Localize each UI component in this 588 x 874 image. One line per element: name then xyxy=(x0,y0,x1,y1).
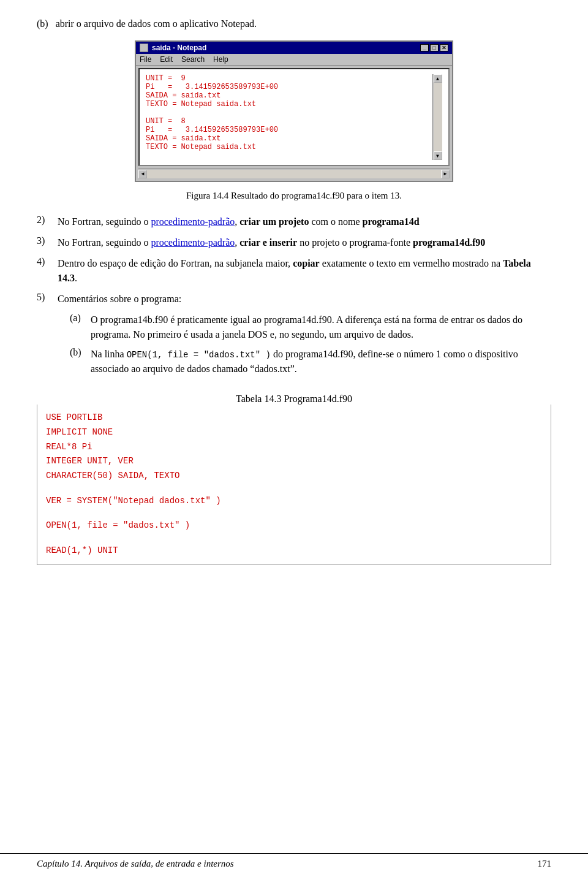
item-2-bold-1: criar um projeto xyxy=(239,216,309,227)
footer-chapter-title: Capítulo 14. Arquivos de saída, de entra… xyxy=(37,859,234,869)
notepad-titlebar: saida - Notepad _ □ ✕ xyxy=(136,42,452,54)
maximize-button[interactable]: □ xyxy=(430,44,439,51)
scroll-down-arrow[interactable]: ▼ xyxy=(434,151,442,160)
item-2-link-1[interactable]: procedimento-padrão xyxy=(151,216,235,227)
part-b-label: (b) xyxy=(37,18,48,29)
minimize-button[interactable]: _ xyxy=(420,44,429,51)
sub-b-code: OPEN(1, file = "dados.txt" ) xyxy=(127,350,271,360)
item-3-bold-1: criar e inserir xyxy=(239,237,297,248)
code-line-2: IMPLICIT NONE xyxy=(46,425,542,440)
notepad-line-2: Pi = 3.141592653589793E+00 xyxy=(146,83,432,91)
scroll-right-arrow[interactable]: ► xyxy=(441,170,450,178)
item-3-num: 3) xyxy=(37,235,53,250)
notepad-line-4: TEXTO = Notepad saida.txt xyxy=(146,100,432,108)
figure-caption: Figura 14.4 Resultado do programa14c.f90… xyxy=(37,191,551,201)
scroll-track[interactable] xyxy=(434,83,442,151)
item-4-num: 4) xyxy=(37,256,53,286)
sub-b-label: (b) xyxy=(70,347,86,376)
code-line-5: CHARACTER(50) SAIDA, TEXTO xyxy=(46,469,542,484)
menu-search[interactable]: Search xyxy=(181,55,205,64)
code-blank-2 xyxy=(46,509,542,519)
code-line-7: OPEN(1, file = "dados.txt" ) xyxy=(46,519,542,533)
item-3-bold-2: programa14d.f90 xyxy=(413,237,485,248)
item-4-text: Dentro do espaço de edição do Fortran, n… xyxy=(58,256,551,286)
sub-a-text: O programa14b.f90 é praticamente igual a… xyxy=(91,313,551,342)
notepad-blank-1 xyxy=(146,108,432,117)
scroll-left-arrow[interactable]: ◄ xyxy=(138,170,147,178)
notepad-menubar: File Edit Search Help xyxy=(136,54,452,66)
item-2: 2) No Fortran, seguindo o procedimento-p… xyxy=(37,215,551,229)
sub-b-text: Na linha OPEN(1, file = "dados.txt" ) do… xyxy=(91,347,551,376)
sub-a-label: (a) xyxy=(70,313,86,342)
notepad-text-area[interactable]: UNIT = 9 Pi = 3.141592653589793E+00 SAID… xyxy=(146,74,432,160)
code-line-8: READ(1,*) UNIT xyxy=(46,544,542,558)
code-table: USE PORTLIB IMPLICIT NONE REAL*8 Pi INTE… xyxy=(37,405,551,565)
notepad-vertical-scrollbar[interactable]: ▲ ▼ xyxy=(432,74,442,160)
hscroll-track[interactable] xyxy=(147,170,441,178)
menu-help[interactable]: Help xyxy=(213,55,228,64)
item-2-num: 2) xyxy=(37,215,53,229)
notepad-window-controls: _ □ ✕ xyxy=(420,44,448,51)
item-4-bold-1: copiar xyxy=(293,258,320,268)
item-2-text: No Fortran, seguindo o procedimento-padr… xyxy=(58,215,420,229)
scroll-up-arrow[interactable]: ▲ xyxy=(434,74,442,83)
code-blank-1 xyxy=(46,484,542,494)
item-3-link-1[interactable]: procedimento-padrão xyxy=(151,237,235,248)
code-blank-3 xyxy=(46,533,542,544)
item-2-bold-2: programa14d xyxy=(363,216,420,227)
item-5-text: Comentários sobre o programa: xyxy=(58,294,181,304)
table-caption: Tabela 14.3 Programa14d.f90 xyxy=(37,393,551,405)
close-button[interactable]: ✕ xyxy=(440,44,448,51)
item-3: 3) No Fortran, seguindo o procedimento-p… xyxy=(37,235,551,250)
code-line-6: VER = SYSTEM("Notepad dados.txt" ) xyxy=(46,494,542,509)
notepad-line-3: SAIDA = saida.txt xyxy=(146,91,432,100)
notepad-line-5: UNIT = 8 xyxy=(146,117,432,126)
item-3-text: No Fortran, seguindo o procedimento-padr… xyxy=(58,235,485,250)
notepad-window: saida - Notepad _ □ ✕ File Edit Search H… xyxy=(135,40,453,182)
notepad-title: saida - Notepad xyxy=(152,44,206,52)
notepad-line-8: TEXTO = Notepad saida.txt xyxy=(146,143,432,151)
notepad-line-1: UNIT = 9 xyxy=(146,74,432,83)
notepad-line-7: SAIDA = saida.txt xyxy=(146,134,432,143)
notepad-body: UNIT = 9 Pi = 3.141592653589793E+00 SAID… xyxy=(138,68,450,166)
notepad-app-icon xyxy=(140,44,148,52)
part-b-text: abrir o arquivo de dados com o aplicativ… xyxy=(56,18,257,29)
item-5-num: 5) xyxy=(37,292,53,381)
sub-item-b: (b) Na linha OPEN(1, file = "dados.txt" … xyxy=(70,347,551,376)
notepad-horizontal-scrollbar[interactable]: ◄ ► xyxy=(138,169,450,178)
part-b-section: (b) abrir o arquivo de dados com o aplic… xyxy=(37,18,551,29)
menu-edit[interactable]: Edit xyxy=(160,55,173,64)
code-line-1: USE PORTLIB xyxy=(46,411,542,425)
code-line-3: REAL*8 Pi xyxy=(46,440,542,455)
menu-file[interactable]: File xyxy=(140,55,151,64)
code-line-4: INTEGER UNIT, VER xyxy=(46,454,542,469)
sub-item-a: (a) O programa14b.f90 é praticamente igu… xyxy=(70,313,551,342)
item-4: 4) Dentro do espaço de edição do Fortran… xyxy=(37,256,551,286)
notepad-line-6: Pi = 3.141592653589793E+00 xyxy=(146,126,432,134)
item-5: 5) Comentários sobre o programa: (a) O p… xyxy=(37,292,551,381)
page-footer: Capítulo 14. Arquivos de saída, de entra… xyxy=(0,853,588,874)
footer-page-number: 171 xyxy=(538,859,552,869)
